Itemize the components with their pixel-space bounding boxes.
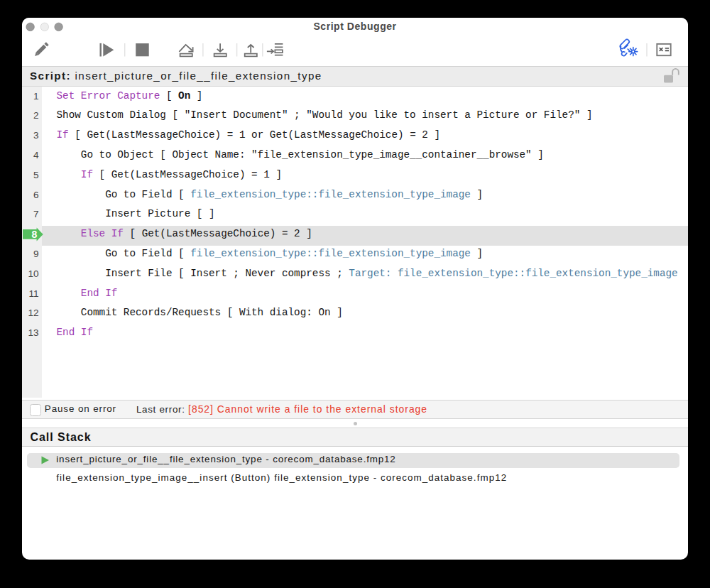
svg-text:8: 8 (32, 229, 38, 240)
